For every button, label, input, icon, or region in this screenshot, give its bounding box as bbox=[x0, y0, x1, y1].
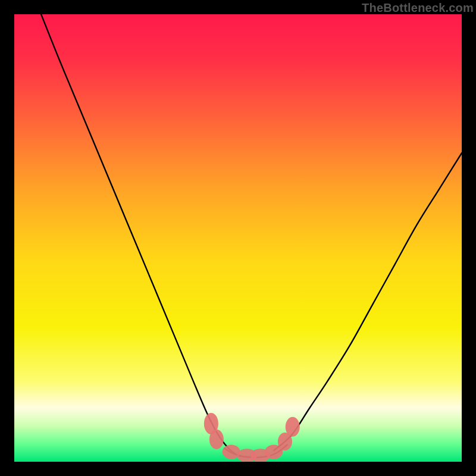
valley-blob-7 bbox=[286, 417, 300, 437]
chart-frame: TheBottleneck.com bbox=[0, 0, 476, 476]
chart-plot bbox=[14, 14, 462, 462]
gradient-background bbox=[14, 14, 462, 462]
watermark-text: TheBottleneck.com bbox=[362, 1, 474, 15]
valley-blob-1 bbox=[209, 430, 224, 449]
